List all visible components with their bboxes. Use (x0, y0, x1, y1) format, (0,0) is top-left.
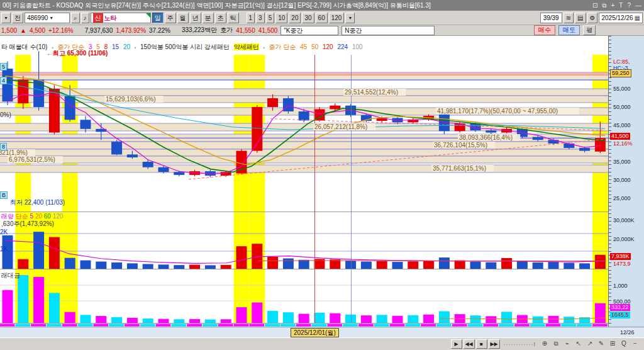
ma-120: 120 (323, 43, 333, 50)
period-minute-button[interactable]: 분 (203, 13, 214, 23)
interval-20-button[interactable]: 20 (289, 13, 301, 23)
svg-text:38,093,366(16,4%): 38,093,366(16,4%) (459, 134, 513, 141)
fast-forward-button[interactable]: ▶▶ (489, 339, 500, 349)
bullet-icon: ▪ (263, 45, 264, 50)
interval-120-button[interactable]: 120 (329, 13, 345, 23)
minimize-icon[interactable]: — (635, 0, 641, 11)
current-price: 1,500 (1, 27, 17, 34)
period-year-button[interactable]: 년 (190, 13, 201, 23)
stock-code-value: 486990 (27, 13, 48, 23)
chart-toolbar: ▼ 전 486990 ▼ ⌕ ♪ 신 노타 일 주 월 년 분 초 틱 1 3 … (0, 11, 644, 25)
weak-pattern-label: 약세패턴 (234, 43, 259, 50)
sell-button[interactable]: 매도 (558, 25, 580, 35)
stock-name-box[interactable]: 신 노타 (91, 13, 151, 23)
interval-60-button[interactable]: 60 (316, 13, 328, 23)
price-change: 4,500 (30, 27, 45, 34)
bullet-icon: ▪ (135, 45, 136, 50)
avg-button[interactable]: 평 (583, 25, 596, 35)
interval-30-button[interactable]: 30 (302, 13, 314, 23)
volume-left-chip-2k: 2K (0, 229, 8, 235)
price-axis-panel: LC:85, HC:-3 59,250 41,500 12,16% 7,938K… (608, 36, 644, 327)
link-chart-icon[interactable]: ⊡ (592, 0, 597, 11)
axis-tick-ruler (609, 36, 611, 327)
current-turnover-marker: 333,22 (610, 304, 630, 311)
interval-combo-arrow[interactable]: ▼ (345, 13, 355, 23)
zoom-out-icon[interactable]: − (630, 339, 640, 349)
kiwoom-chart-window: { "window": { "title": "00] 키움종합차트 - KOS… (0, 0, 644, 350)
pin-icon[interactable]: + (611, 0, 614, 11)
jeon-button[interactable]: 전 (12, 13, 23, 23)
axis-tick-label: 45,000 (613, 122, 631, 128)
period-tick-button[interactable]: 틱 (228, 13, 239, 23)
date-picker[interactable]: 2025/12/26 ▦ (599, 13, 643, 23)
new-listing-badge: 신 (93, 13, 103, 23)
period-day-button[interactable]: 일 (152, 13, 164, 23)
prev-turnover-marker: 1645,5 (610, 312, 630, 319)
ma-15: 15 (112, 43, 119, 50)
svg-text:15,629,103(6,6%): 15,629,103(6,6%) (106, 96, 156, 103)
current-volume-marker: 7,938K (610, 253, 631, 260)
low-price-label: 최저 22,400 (11/03) (10, 198, 65, 207)
vma-120: 120 (53, 213, 64, 220)
tools-icon[interactable]: ⊞ (608, 339, 618, 349)
left-edge-fragment: B (0, 191, 8, 199)
add-chart-icon[interactable]: ⊕ (540, 339, 550, 349)
volume-pct: 1,473.92% (116, 27, 146, 34)
chart-plot-area[interactable]: 29,514,552(12,4%)15,629,103(6,6%)41,981,… (0, 36, 608, 327)
buy-button[interactable]: 매수 (534, 25, 555, 35)
title-bar: 00] 키움종합차트 - KOSDAQ 외국인보유[274(천)] 주식수[21… (0, 0, 644, 11)
stock-code-input[interactable]: 486990 ▼ (25, 13, 70, 23)
left-edge-fragment: 4 (0, 77, 7, 84)
chart-bottom-toolbar: ▶ ◀◀ ■ ▶▶ ············! ⊕ ⧉ ⌁ ↖ ↗ ✎ ⊞ Q … (0, 337, 644, 350)
dashed-style-icon[interactable]: ⌁ (562, 339, 572, 349)
candlestick-chart[interactable]: 29,514,552(12,4%)15,629,103(6,6%)41,981,… (0, 36, 608, 327)
interval-3-button[interactable]: 3 (256, 13, 265, 23)
trade-amount: 333,223백만 (182, 26, 217, 35)
axis-tick-label: 1,000 (613, 283, 628, 289)
axis-tick-label: 55,000 (613, 86, 631, 92)
price-change-pct: +12.16% (48, 27, 74, 34)
calendar-icon[interactable]: ▦ (635, 13, 640, 23)
period-month-button[interactable]: 월 (177, 13, 189, 23)
cursor-tool-icon[interactable]: ↖ (574, 339, 584, 349)
turnover-rate: 37.22% (149, 27, 170, 34)
axis-tick-label: 30,000K (613, 217, 635, 223)
interval-1-button[interactable]: 1 (247, 13, 255, 23)
left-combo-arrow[interactable]: ▼ (1, 13, 11, 23)
axis-tick-label: 30,000 (613, 177, 631, 183)
ma-224: 224 (337, 43, 348, 50)
ma-45: 45 (300, 43, 307, 50)
save-icon[interactable]: ▤ (575, 13, 586, 23)
indicator-wave-icon[interactable]: ≋ (564, 13, 574, 23)
freehand-tool-icon[interactable]: ✎ (596, 339, 606, 349)
zoom-icon[interactable]: Q (619, 339, 629, 349)
rewind-button[interactable]: ◀◀ (464, 339, 475, 349)
svg-text:29,514,552(12,4%): 29,514,552(12,4%) (345, 89, 398, 96)
search-icon[interactable]: ⌕ (71, 13, 80, 23)
copy-chart-icon[interactable]: ⧉ (602, 0, 606, 11)
stop-button[interactable]: ■ (476, 339, 487, 349)
k-mid-field[interactable]: ″K중간 (280, 26, 338, 35)
chevron-down-icon[interactable]: ▼ (49, 13, 53, 23)
gear-icon[interactable]: ⚙ (587, 13, 598, 23)
play-button[interactable]: ▶ (451, 339, 462, 349)
ma-100: 100 (352, 43, 363, 50)
up-arrow-icon: ▲ (20, 27, 26, 34)
volume-value: 7,937,630 (85, 27, 113, 34)
interval-10-button[interactable]: 10 (275, 13, 287, 23)
volume-profile-label: 타 매물대 수(10) (1, 43, 47, 50)
speed-slider[interactable]: ············! (504, 341, 536, 347)
axis-end-date: 12/26 (620, 329, 635, 336)
interval-5-button[interactable]: 5 (266, 13, 275, 23)
font-icon[interactable]: T (619, 0, 623, 11)
sound-icon[interactable]: ♪ (81, 13, 89, 23)
trendline-tool-icon[interactable]: ↗ (585, 339, 595, 349)
period-second-button[interactable]: 초 (215, 13, 226, 23)
bid-price: 41,500 (258, 27, 278, 34)
period-week-button[interactable]: 주 (165, 13, 176, 23)
n-mid-field[interactable]: N중간 (341, 26, 435, 35)
axis-tick-label: 500,00 (613, 298, 631, 305)
help-icon[interactable]: ? (627, 0, 631, 11)
cascade-windows-icon[interactable]: ⧉ (551, 339, 561, 349)
svg-text:41,981,170(17,7%)(50,470,00 ~: 41,981,170(17,7%)(50,470,00 ~ 47,955,00) (437, 108, 558, 115)
